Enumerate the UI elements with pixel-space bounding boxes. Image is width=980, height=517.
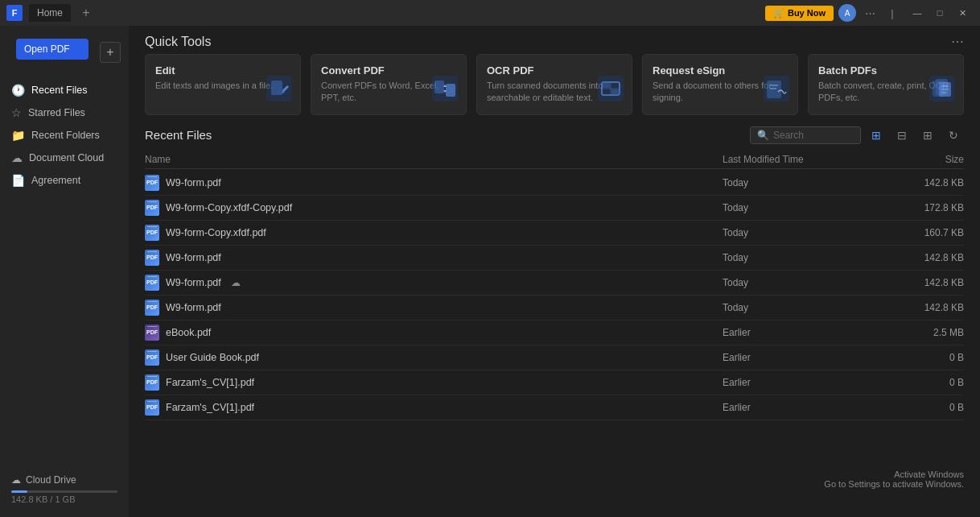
maximize-button[interactable]: □ [929,4,951,22]
file-icon: PDF [145,175,159,191]
svg-rect-4 [446,84,455,97]
svg-rect-1 [271,81,282,95]
sidebar-item-document-cloud[interactable]: ☁ Document Cloud [0,147,129,169]
file-name: W9-form-Copy.xfdf.pdf [166,227,266,238]
file-icon: PDF [145,250,159,266]
file-icon: PDF [145,225,159,241]
sidebar-label-agreement: Agreement [31,175,80,186]
tool-edit-title: Edit [155,64,290,77]
quick-tools-title: Quick Tools [145,35,211,49]
table-row[interactable]: PDF W9-form.pdf ☁ Today 142.8 KB [145,271,964,296]
cloud-drive-icon: ☁ [11,474,21,486]
file-modified: Earlier [723,327,883,338]
buy-now-icon: 🛒 [773,8,784,19]
content-area: Quick Tools ⋯ Edit Edit texts and images… [129,26,980,517]
cloud-drive-label: Cloud Drive [26,474,76,486]
table-row[interactable]: PDF W9-form.pdf Today 142.8 KB [145,171,964,196]
main-layout: Open PDF + 🕐 Recent Files ☆ Starred File… [0,26,980,517]
recent-folders-icon: 📁 [11,129,25,142]
file-name: User Guide Book.pdf [166,352,259,363]
add-tab-button[interactable]: + [77,4,95,22]
table-row[interactable]: PDF User Guide Book.pdf Earlier 0 B [145,345,964,370]
tool-edit-icon [266,76,292,106]
recent-files-header: Recent Files 🔍 ⊞ ⊟ ⊞ ↻ [145,125,964,146]
svg-rect-8 [611,89,620,95]
files-table: PDF W9-form.pdf Today 142.8 KB PDF W9-fo… [145,171,964,517]
document-cloud-icon: ☁ [11,151,23,164]
recent-files-icon: 🕐 [11,84,25,97]
separator: | [883,4,901,22]
buy-now-label: Buy Now [788,8,826,18]
col-modified-header: Last Modified Time [723,154,883,165]
cloud-drive[interactable]: ☁ Cloud Drive [0,468,129,489]
file-modified: Today [723,252,883,263]
table-row[interactable]: PDF W9-form-Copy.xfdf-Copy.pdf Today 172… [145,196,964,221]
buy-now-button[interactable]: 🛒 Buy Now [765,6,834,21]
refresh-button[interactable]: ↻ [943,125,964,146]
titlebar-tab[interactable]: Home [29,4,71,22]
table-row[interactable]: PDF eBook.pdf Earlier 2.5 MB [145,321,964,345]
file-icon: PDF [145,349,159,366]
file-name: Farzam's_CV[1].pdf [166,402,254,413]
tool-card-edit[interactable]: Edit Edit texts and images in a file. [145,54,301,115]
sidebar-item-recent-folders[interactable]: 📁 Recent Folders [0,124,129,147]
recent-files-section: Recent Files 🔍 ⊞ ⊟ ⊞ ↻ Name Last Modifie… [129,125,980,517]
app-icon: F [6,5,23,21]
file-icon: PDF [145,374,159,391]
col-name-header: Name [145,154,723,165]
sidebar-label-recent-folders: Recent Folders [31,130,100,141]
file-icon: PDF [145,200,159,216]
open-pdf-button[interactable]: Open PDF [16,39,89,60]
add-button[interactable]: + [100,42,121,63]
more-button[interactable]: ⋯ [861,4,879,22]
recent-files-toolbar: 🔍 ⊞ ⊟ ⊞ ↻ [750,125,964,146]
minimize-button[interactable]: — [906,4,929,22]
file-size: 142.8 KB [883,302,964,313]
file-name-cell: PDF W9-form.pdf [145,175,723,191]
file-name: W9-form-Copy.xfdf-Copy.pdf [166,202,292,213]
open-pdf-label: Open PDF [24,43,70,55]
close-button[interactable]: ✕ [951,4,974,22]
file-size: 2.5 MB [883,327,964,338]
file-modified: Today [723,202,883,213]
tool-ocr-title: OCR PDF [487,64,622,77]
tool-card-ocr[interactable]: OCR PDF Turn scanned documents into sear… [476,54,632,115]
file-name: W9-form.pdf [166,302,221,313]
sidebar: Open PDF + 🕐 Recent Files ☆ Starred File… [0,26,129,517]
tool-batch-title: Batch PDFs [818,64,953,77]
tool-convert-icon [432,76,458,106]
view-grid-small-button[interactable]: ⊟ [891,125,912,146]
sidebar-label-starred-files: Starred Files [28,107,85,118]
tool-convert-title: Convert PDF [321,64,456,77]
tool-card-batch[interactable]: Batch PDFs Batch convert, create, print,… [808,54,964,115]
sidebar-item-recent-files[interactable]: 🕐 Recent Files [0,79,129,101]
quick-tools-more-button[interactable]: ⋯ [951,34,964,49]
view-grid-large-button[interactable]: ⊞ [866,125,887,146]
quick-tools-grid: Edit Edit texts and images in a file. Co… [129,54,980,125]
table-row[interactable]: PDF Farzam's_CV[1].pdf Earlier 0 B [145,395,964,420]
starred-files-icon: ☆ [11,106,22,119]
titlebar-left: F Home + [6,4,95,22]
tool-card-convert[interactable]: Convert PDF Convert PDFs to Word, Excel,… [311,54,467,115]
tool-card-esign[interactable]: Request eSign Send a document to others … [642,54,798,115]
table-row[interactable]: PDF W9-form-Copy.xfdf.pdf Today 160.7 KB [145,221,964,246]
table-row[interactable]: PDF Farzam's_CV[1].pdf Earlier 0 B [145,370,964,395]
file-name: W9-form.pdf [166,252,221,263]
sidebar-item-agreement[interactable]: 📄 Agreement [0,169,129,192]
sidebar-item-starred-files[interactable]: ☆ Starred Files [0,101,129,124]
search-input[interactable] [773,130,854,141]
table-row[interactable]: PDF W9-form.pdf Today 142.8 KB [145,296,964,321]
recent-files-title: Recent Files [145,128,212,142]
view-columns-button[interactable]: ⊞ [917,125,938,146]
tool-esign-title: Request eSign [653,64,788,77]
file-name-cell: PDF W9-form.pdf [145,300,723,316]
file-size: 142.8 KB [883,252,964,263]
file-name: eBook.pdf [166,327,211,338]
svg-rect-12 [767,81,781,98]
file-name: W9-form.pdf [166,277,221,288]
storage-text: 142.8 KB / 1 GB [0,494,129,511]
file-modified: Earlier [723,402,883,413]
search-box[interactable]: 🔍 [750,126,861,144]
avatar[interactable]: A [838,4,856,22]
table-row[interactable]: PDF W9-form.pdf Today 142.8 KB [145,246,964,271]
